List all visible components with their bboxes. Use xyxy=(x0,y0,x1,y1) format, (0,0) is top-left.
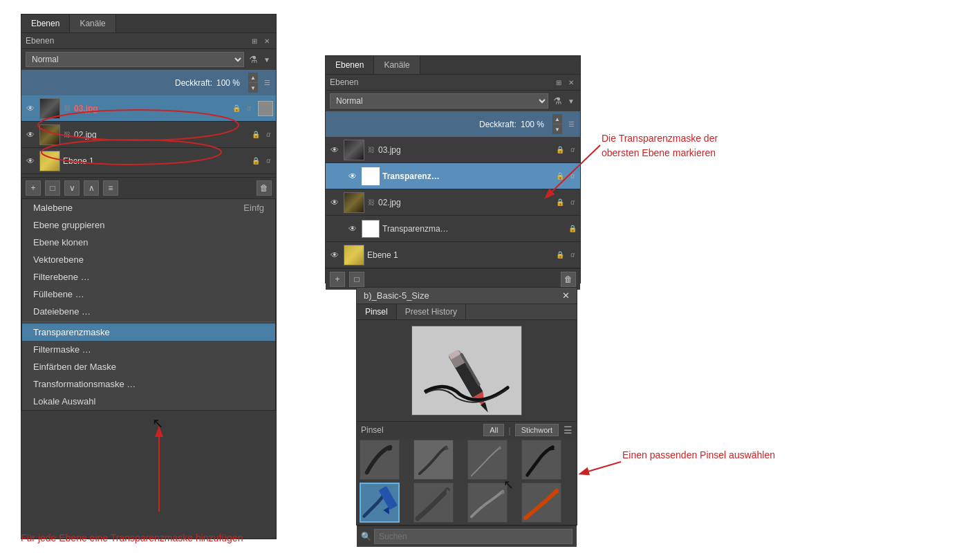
chain-02jpg-right: ⛓ xyxy=(367,192,375,213)
menu-transparenzmaske[interactable]: Transparenzmaske xyxy=(22,324,275,341)
menu-filtermaske[interactable]: Filtermaske … xyxy=(22,341,275,358)
right-blend-select[interactable]: Normal xyxy=(330,93,548,109)
menu-transformation[interactable]: Transformationsmaske … xyxy=(22,375,275,393)
alpha-02jpg-left: α xyxy=(263,130,273,140)
layer-row-03jpg-left[interactable]: 👁 ⛓ 03.jpg 🔒 α xyxy=(21,95,276,122)
brush-cell-5-active[interactable] xyxy=(360,483,400,523)
menu-malebene[interactable]: Malebene Einfg xyxy=(22,199,275,216)
right-opacity-up[interactable]: ▲ xyxy=(552,114,562,124)
right-opacity-row: Deckkraft: 100 % ▲ ▼ ☰ xyxy=(326,111,580,137)
menu-datei[interactable]: Dateiebene … xyxy=(22,303,275,320)
brush-cell-2[interactable] xyxy=(413,440,454,480)
eye-transparenzma-right[interactable]: 👁 xyxy=(346,223,359,235)
tab-kanaele-right[interactable]: Kanäle xyxy=(374,56,420,74)
expand-icon-right[interactable]: ▼ xyxy=(566,96,576,106)
brush-cell-6[interactable] xyxy=(413,483,454,523)
brush-cell-1[interactable] xyxy=(360,440,400,480)
group-btn[interactable]: □ xyxy=(45,180,60,196)
grid-icon[interactable]: ⊞ xyxy=(250,36,259,46)
brush-search-input[interactable] xyxy=(374,529,573,544)
brush-cell-8[interactable] xyxy=(521,483,561,523)
filter-icon-right[interactable]: ⚗ xyxy=(552,96,562,106)
expand-icon-left[interactable]: ▼ xyxy=(262,55,272,64)
layer-row-ebene1-left[interactable]: 👁 Ebene 1 🔒 α xyxy=(21,148,276,174)
settings-btn[interactable]: ≡ xyxy=(103,180,118,196)
layer-thumb-ebene1-left xyxy=(39,151,60,171)
menu-gruppieren[interactable]: Ebene gruppieren xyxy=(22,216,275,234)
menu-filter[interactable]: Filterebene … xyxy=(22,268,275,286)
brush-tab-history[interactable]: Preset History xyxy=(397,304,466,319)
layer-thumb-02jpg-left xyxy=(39,124,60,145)
all-btn[interactable]: All xyxy=(483,424,504,436)
alpha-transparenz: α xyxy=(568,171,577,181)
menu-einfarben[interactable]: Einfärben der Maske xyxy=(22,358,275,375)
opacity-up-btn[interactable]: ▲ xyxy=(248,73,258,82)
up-btn[interactable]: ∧ xyxy=(84,180,99,196)
brush-cell-3[interactable] xyxy=(467,440,508,480)
eye-02jpg-right[interactable]: 👁 xyxy=(328,196,341,209)
right-add-btn[interactable]: + xyxy=(330,272,345,287)
right-blend-row: Normal ⚗ ▼ xyxy=(326,91,580,111)
tab-ebenen-left[interactable]: Ebenen xyxy=(21,15,70,32)
menu-klonen[interactable]: Ebene klonen xyxy=(22,234,275,251)
left-blend-select[interactable]: Normal xyxy=(26,52,244,67)
close-icon-left[interactable]: ✕ xyxy=(262,36,272,46)
layer-row-03jpg-right[interactable]: 👁 ⛓ 03.jpg 🔒 α xyxy=(326,137,580,163)
brush-subtoolbar: Pinsel All | Stichwort ☰ xyxy=(357,421,577,438)
layer-thumb-03jpg-left xyxy=(39,98,60,119)
tab-ebenen-right[interactable]: Ebenen xyxy=(326,56,374,74)
tab-kanaele-left[interactable]: Kanäle xyxy=(70,15,115,32)
brush-preview-svg xyxy=(412,326,521,416)
layer-row-ebene1-right[interactable]: 👁 Ebene 1 🔒 α xyxy=(326,242,580,268)
brush-sublabel: Pinsel xyxy=(361,425,384,435)
name-02jpg-right: 02.jpg xyxy=(378,198,552,207)
filter-icon-left[interactable]: ⚗ xyxy=(248,55,258,64)
eye-03jpg-right[interactable]: 👁 xyxy=(328,144,341,156)
brush-cell-7[interactable] xyxy=(467,483,508,523)
eye-ebene1-right[interactable]: 👁 xyxy=(328,249,341,261)
eye-transparenz-right[interactable]: 👁 xyxy=(346,170,359,183)
close-icon-right[interactable]: ✕ xyxy=(566,77,576,87)
brush-grid-row1 xyxy=(357,438,577,481)
eye-icon-ebene1-left[interactable]: 👁 xyxy=(24,155,37,167)
menu-auswahl[interactable]: Lokale Auswahl xyxy=(22,393,275,410)
right-group-btn[interactable]: □ xyxy=(349,272,364,287)
layer-row-transparenz-right[interactable]: 👁 Transparenz… 🔒 α xyxy=(326,163,580,189)
brush-cell-4[interactable] xyxy=(521,440,561,480)
menu-fuelle[interactable]: Füllebene … xyxy=(22,286,275,303)
name-transparenzma-right: Transparenzma… xyxy=(382,224,565,234)
alpha-02jpg-right: α xyxy=(568,198,577,207)
left-opacity-row: Deckkraft: 100 % ▲ ▼ ☰ xyxy=(21,70,276,95)
add-layer-btn[interactable]: + xyxy=(26,180,41,196)
layer-row-transparenzma-right[interactable]: 👁 Transparenzma… 🔒 xyxy=(326,216,580,242)
menu-vektor[interactable]: Vektorebene xyxy=(22,251,275,268)
lock-02jpg-left: 🔒 xyxy=(251,130,261,140)
lock-03jpg-left: 🔒 xyxy=(232,104,241,113)
layer-row-02jpg-right[interactable]: 👁 ⛓ 02.jpg 🔒 α xyxy=(326,189,580,216)
panel-options-icon[interactable]: ☰ xyxy=(262,78,272,88)
keyword-btn[interactable]: Stichwort xyxy=(515,424,559,436)
grid-layout-icon[interactable]: ☰ xyxy=(563,425,573,435)
brush-close-btn[interactable]: ✕ xyxy=(562,290,570,301)
layer-row-02jpg-left[interactable]: 👁 ⛓ 02.jpg 🔒 α xyxy=(21,122,276,148)
mask-thumb-transparenz xyxy=(362,167,380,185)
grid-icon-right[interactable]: ⊞ xyxy=(554,77,564,87)
lock-transparenzma: 🔒 xyxy=(568,224,577,234)
brush-panel: b)_Basic-5_Size ✕ Pinsel Preset History xyxy=(356,287,577,525)
eye-icon-03jpg-left[interactable]: 👁 xyxy=(24,102,37,115)
left-bottom-toolbar: + □ ∨ ∧ ≡ 🗑 xyxy=(21,177,276,198)
down-btn[interactable]: ∨ xyxy=(64,180,80,196)
thumb-03jpg-right xyxy=(344,140,364,160)
opacity-down-btn[interactable]: ▼ xyxy=(248,83,258,93)
search-icon: 🔍 xyxy=(361,532,371,541)
left-opacity-label: Deckkraft: xyxy=(26,78,212,88)
eye-icon-02jpg-left[interactable]: 👁 xyxy=(24,129,37,141)
right-options-icon[interactable]: ☰ xyxy=(566,120,576,129)
right-opacity-value: 100 % xyxy=(521,120,548,129)
mask-thumb-02jpg xyxy=(362,220,380,238)
brush-tab-pinsel[interactable]: Pinsel xyxy=(357,304,397,319)
brush-preview-container xyxy=(357,320,577,421)
delete-layer-btn[interactable]: 🗑 xyxy=(257,180,272,196)
right-opacity-down[interactable]: ▼ xyxy=(552,124,562,134)
right-delete-btn[interactable]: 🗑 xyxy=(561,272,576,287)
